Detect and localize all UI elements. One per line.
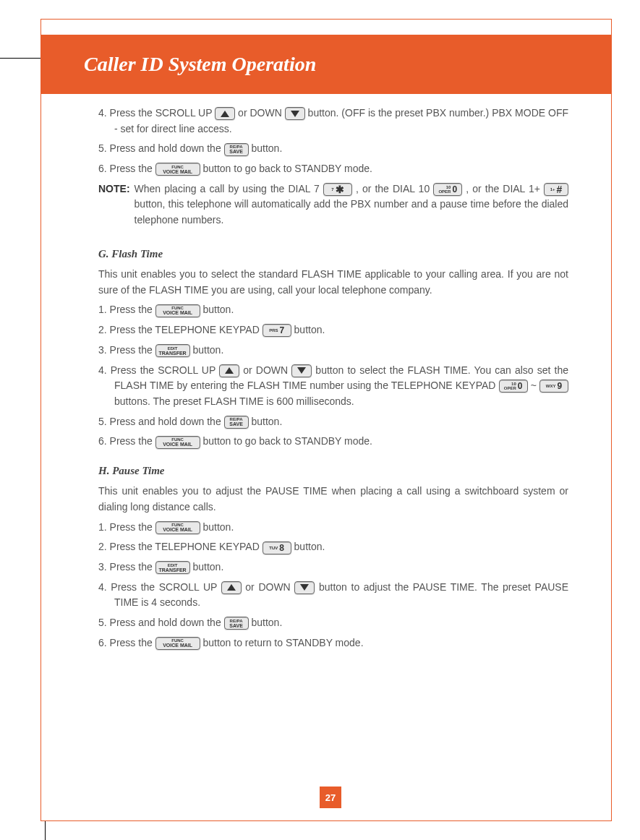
key-tiny: 7 [331,187,333,192]
h-step-4: 4. Press the SCROLL UP or DOWN button to… [98,580,568,611]
text: or DOWN [245,581,294,593]
crop-mark-horizontal [0,58,40,59]
g-steps: 1. Press the FUNC VOICE MAIL button. 2. … [98,302,568,450]
dial-10-oper-0-key: 10 OPER 0 [433,183,462,196]
key-tiny: WXY [546,384,556,388]
key-big: 8 [279,544,284,552]
text: button. [294,324,325,335]
text: 5. Press and hold down the [98,617,224,628]
func-voicemail-key: FUNC VOICE MAIL [155,163,200,176]
scroll-down-icon [291,364,312,377]
scroll-up-icon [219,364,239,377]
text: 1. Press the [98,521,155,533]
scroll-down-icon [285,107,305,120]
text: 4. Press the SCROLL UP [98,107,215,119]
text: 1. Press the [98,304,155,315]
text: button. [294,541,325,552]
content: 4. Press the SCROLL UP or DOWN button. (… [98,106,568,655]
section-h-heading: H. Pause Time [98,463,568,479]
text: When placing a call by using the DIAL 7 [135,183,323,194]
g-step-5: 5. Press and hold down the RE/PA SAVE bu… [98,414,568,430]
hash-icon: # [556,184,562,194]
func-voicemail-key: FUNC VOICE MAIL [155,304,200,317]
h-step-5: 5. Press and hold down the RE/PA SAVE bu… [98,615,568,631]
key-label-bot: SAVE [229,421,243,427]
keypad-9-key: WXY9 [539,380,568,393]
h-step-2: 2. Press the TELEPHONE KEYPAD TUV8 butto… [98,539,568,555]
h-step-1: 1. Press the FUNC VOICE MAIL button. [98,520,568,536]
pbx-step-6: 6. Press the FUNC VOICE MAIL button to g… [98,161,568,177]
g-step-6: 6. Press the FUNC VOICE MAIL button to g… [98,434,568,450]
note: NOTE: When placing a call by using the D… [98,181,568,233]
dial-1plus-hash-key: 1+# [544,183,568,196]
pbx-step-4: 4. Press the SCROLL UP or DOWN button. (… [98,106,568,137]
text: button. [192,561,223,573]
keypad-7-key: PRS7 [263,324,291,337]
star-icon: ✱ [336,184,344,194]
text: , or the DIAL 1+ [466,183,544,194]
key-label-bot: SAVE [229,149,243,154]
key-label-bot: VOICE MAIL [163,527,192,532]
key-label-bot: VOICE MAIL [163,310,192,315]
h-step-6: 6. Press the FUNC VOICE MAIL button to r… [98,635,568,651]
key-big: 0 [518,382,523,390]
text: button. [202,521,234,533]
text: 2. Press the TELEPHONE KEYPAD [98,324,263,335]
key-label-bot: VOICE MAIL [163,643,192,648]
dial-7-star-key: 7✱ [323,183,352,196]
page-title: Caller ID System Operation [84,53,316,76]
section-g-heading: G. Flash Time [98,246,568,262]
text: button. [251,617,282,628]
key-big: 0 [452,185,457,194]
key-tiny: OPER [504,386,516,390]
scroll-up-icon [215,107,235,120]
text: button, this telephone will automaticall… [135,198,568,226]
text: button to go back to STANDBY mode. [202,163,372,174]
text: 6. Press the [98,163,155,174]
key-tiny: TUV [269,546,278,550]
pbx-step-5: 5. Press and hold down the RE/PA SAVE bu… [98,141,568,157]
text: button to return to STANDBY mode. [202,637,363,648]
text: button. [251,142,282,154]
g-step-2: 2. Press the TELEPHONE KEYPAD PRS7 butto… [98,322,568,338]
keypad-0-key: 10 OPER 0 [499,380,528,393]
text: or DOWN [238,107,285,119]
key-big: 9 [557,382,562,390]
func-voicemail-key: FUNC VOICE MAIL [155,436,200,449]
section-g-intro: This unit enables you to select the stan… [98,267,568,298]
g-step-3: 3. Press the EDIT TRANSFER button. [98,343,568,359]
text: button. [202,304,234,315]
key-label-bot: TRANSFER [159,351,187,356]
scroll-down-icon [294,581,315,594]
h-steps: 1. Press the FUNC VOICE MAIL button. 2. … [98,520,568,651]
section-h-intro: This unit enables you to adjust the PAUS… [98,484,568,515]
text: 3. Press the [98,344,155,356]
scroll-up-icon [221,581,242,594]
edit-transfer-key: EDIT TRANSFER [155,344,190,357]
g-step-4: 4. Press the SCROLL UP or DOWN button to… [98,363,568,410]
text: 4. Press the SCROLL UP [98,364,219,376]
repa-save-key: RE/PA SAVE [224,617,249,630]
func-voicemail-key: FUNC VOICE MAIL [155,637,200,650]
keypad-8-key: TUV8 [263,541,291,554]
key-label-bot: VOICE MAIL [163,169,192,174]
repa-save-key: RE/PA SAVE [224,143,249,156]
key-tiny: 1+ [550,187,555,192]
repa-save-key: RE/PA SAVE [224,416,249,429]
text: button. [192,344,223,356]
text: 6. Press the [98,637,155,648]
text: 3. Press the [98,561,155,573]
key-tiny: PRS [269,328,278,333]
text: 6. Press the [98,435,155,447]
page: Caller ID System Operation 4. Press the … [0,0,640,840]
note-label: NOTE: [98,181,130,233]
page-number: 27 [320,787,341,808]
g-step-1: 1. Press the FUNC VOICE MAIL button. [98,302,568,318]
text: button. [251,416,282,427]
edit-transfer-key: EDIT TRANSFER [155,561,190,574]
text: 2. Press the TELEPHONE KEYPAD [98,541,263,552]
text: buttons. The preset FLASH TIME is 600 mi… [114,395,354,407]
note-line-1: When placing a call by using the DIAL 7 … [135,181,568,228]
text: , or the DIAL 10 [356,183,433,194]
header-bar: Caller ID System Operation [40,35,612,94]
